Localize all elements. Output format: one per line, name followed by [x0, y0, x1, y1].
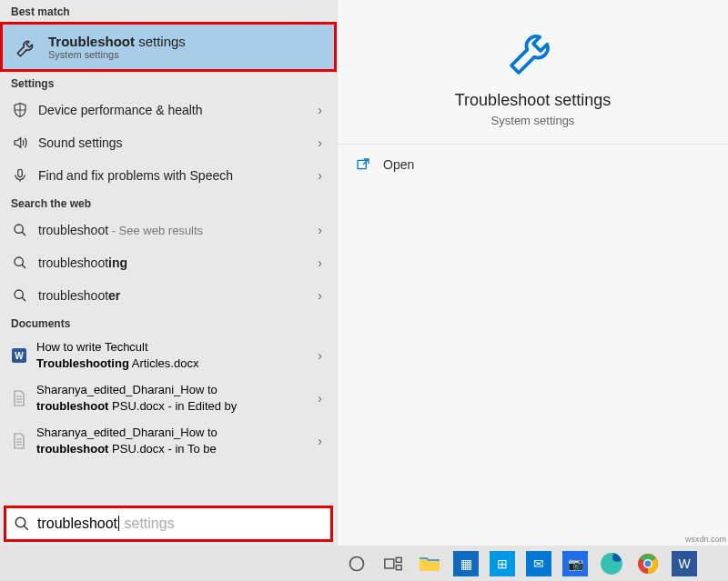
search-hint-text: settings — [120, 516, 175, 531]
section-header-best-match: Best match — [0, 0, 337, 22]
web-item[interactable]: troubleshoot - See web results › — [0, 214, 337, 246]
chevron-right-icon: › — [314, 434, 326, 448]
section-header-settings: Settings — [0, 72, 337, 94]
document-label: Sharanya_edited_Dharani_How to troublesh… — [36, 382, 314, 414]
taskbar: ▦ ⊞ ✉ 📷 W — [0, 546, 728, 581]
preview-title: Troubleshoot settings — [455, 91, 611, 110]
shield-icon — [11, 101, 29, 119]
taskbar-explorer-button[interactable] — [411, 546, 448, 581]
taskbar-app-button[interactable]: 📷 — [557, 546, 593, 581]
settings-item-label: Device performance & health — [38, 102, 314, 118]
search-icon — [14, 516, 30, 532]
settings-item-label: Find and fix problems with Speech — [38, 167, 314, 184]
svg-rect-9 — [385, 559, 394, 568]
speaker-icon — [11, 134, 29, 152]
settings-item-label: Sound settings — [38, 135, 314, 151]
open-action[interactable]: Open — [338, 145, 728, 185]
web-item-label: troubleshooting — [38, 255, 314, 272]
svg-point-6 — [15, 517, 25, 527]
settings-item-sound[interactable]: Sound settings › — [0, 126, 337, 159]
microphone-icon — [11, 166, 29, 185]
web-item[interactable]: troubleshooting › — [0, 246, 337, 279]
chevron-right-icon: › — [314, 168, 326, 183]
search-results-pane: Best match Troubleshoot settings System … — [0, 0, 337, 546]
svg-point-8 — [350, 556, 364, 570]
preview-pane: Troubleshoot settings System settings Op… — [337, 0, 728, 546]
svg-rect-7 — [358, 160, 366, 168]
best-match-subtitle: System settings — [48, 49, 186, 60]
generic-doc-icon — [11, 388, 27, 408]
section-header-web: Search the web — [0, 192, 337, 214]
taskbar-chrome-button[interactable] — [630, 546, 666, 581]
chevron-right-icon: › — [314, 255, 326, 270]
svg-rect-11 — [396, 565, 401, 569]
generic-doc-icon — [11, 431, 27, 451]
svg-point-3 — [15, 290, 23, 298]
svg-text:W: W — [15, 351, 24, 361]
search-icon — [11, 221, 29, 239]
svg-point-12 — [601, 553, 622, 575]
document-item[interactable]: Sharanya_edited_Dharani_How to troublesh… — [0, 376, 337, 419]
chevron-right-icon: › — [314, 391, 326, 406]
settings-item-speech[interactable]: Find and fix problems with Speech › — [0, 159, 337, 192]
document-label: Sharanya_edited_Dharani_How to troublesh… — [36, 425, 314, 456]
best-match-item[interactable]: Troubleshoot settings System settings — [0, 22, 337, 72]
preview-subtitle: System settings — [491, 114, 575, 127]
document-item[interactable]: W How to write Techcult Troubleshooting … — [0, 334, 337, 376]
web-item[interactable]: troubleshooter › — [0, 279, 337, 312]
open-label: Open — [383, 157, 414, 172]
svg-point-1 — [15, 225, 23, 233]
search-icon — [11, 254, 29, 272]
wrench-icon — [504, 22, 562, 80]
open-icon — [356, 157, 370, 172]
taskbar-mail-button[interactable]: ✉ — [521, 546, 557, 581]
web-item-label: troubleshoot - See web results — [38, 222, 314, 239]
section-header-documents: Documents — [0, 312, 337, 334]
chevron-right-icon: › — [314, 348, 326, 363]
document-item[interactable]: Sharanya_edited_Dharani_How to troublesh… — [0, 419, 337, 462]
watermark: wsxdn.com — [685, 535, 726, 544]
taskbar-word-button[interactable]: W — [666, 546, 703, 581]
wrench-icon — [14, 35, 39, 60]
taskbar-edge-button[interactable] — [593, 546, 630, 581]
svg-point-15 — [645, 560, 652, 566]
taskbar-taskview-button[interactable] — [375, 546, 411, 581]
chevron-right-icon: › — [314, 103, 326, 117]
chevron-right-icon: › — [314, 288, 326, 303]
search-icon — [11, 286, 29, 305]
chevron-right-icon: › — [314, 223, 326, 237]
svg-point-2 — [15, 257, 23, 265]
svg-rect-10 — [396, 557, 401, 562]
word-doc-icon: W — [11, 346, 27, 366]
best-match-title: Troubleshoot settings — [48, 34, 186, 49]
taskbar-cortana-button[interactable] — [339, 546, 375, 581]
svg-rect-0 — [18, 169, 23, 176]
search-input[interactable]: troubleshoot settings — [4, 506, 333, 542]
taskbar-app-button[interactable]: ⊞ — [484, 546, 521, 581]
document-label: How to write Techcult Troubleshooting Ar… — [36, 339, 314, 371]
settings-item-device-performance[interactable]: Device performance & health › — [0, 94, 337, 126]
chevron-right-icon: › — [314, 135, 326, 150]
search-typed-text: troubleshoot — [37, 516, 117, 531]
taskbar-app-button[interactable]: ▦ — [448, 546, 484, 581]
web-item-label: troubleshooter — [38, 287, 314, 305]
